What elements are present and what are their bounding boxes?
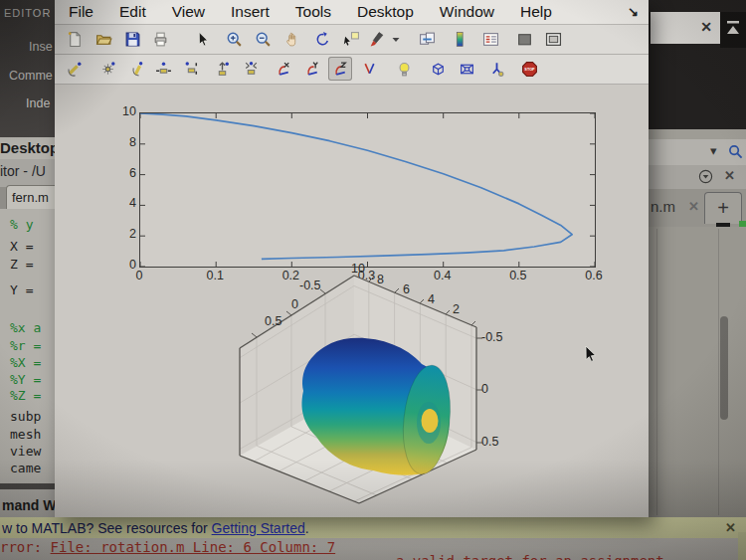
new-file-button[interactable] — [63, 27, 87, 51]
zoom-camera-icon — [243, 61, 260, 78]
ribbon-button-insert[interactable]: Inse — [29, 40, 53, 54]
command-window-header-fragment: mand W — [0, 489, 55, 517]
plot-2d-line — [140, 113, 572, 259]
hide-plot-tools-button[interactable] — [512, 27, 536, 51]
code-line: subp — [10, 409, 41, 424]
command-window-label: mand W — [2, 497, 55, 513]
pointer-icon — [194, 31, 211, 48]
orbit-scene-light-button[interactable] — [95, 57, 119, 81]
command-window-output: rror: File: rotation.m Line: 6 Column: 7… — [0, 538, 746, 560]
new-tab-button[interactable]: + — [704, 192, 742, 224]
zoom-in-button[interactable] — [222, 27, 246, 51]
brush-dropdown-button[interactable] — [387, 27, 411, 51]
menu-insert[interactable]: Insert — [231, 3, 270, 21]
principal-axis-z-button[interactable] — [328, 57, 352, 81]
stop-camera-icon: STOP — [521, 61, 538, 78]
principal-axis-x-button[interactable] — [272, 57, 295, 81]
title-bar-fragment: ✕ — [651, 12, 720, 44]
search-icon[interactable] — [728, 144, 743, 159]
menu-desktop[interactable]: Desktop — [357, 3, 414, 21]
restore-up-icon — [720, 12, 746, 48]
figure-menu-bar: FileEditViewInsertToolsDesktopWindowHelp… — [55, 0, 649, 25]
pan-button[interactable] — [280, 27, 304, 51]
perspective-projection-button[interactable] — [455, 57, 478, 81]
pane-close-icon[interactable]: ✕ — [724, 168, 735, 183]
pane-menu-icon[interactable] — [698, 169, 713, 184]
plot-3d-axes[interactable] — [204, 261, 522, 515]
menu-tools[interactable]: Tools — [295, 3, 331, 21]
show-plot-tools-icon — [545, 31, 562, 48]
menu-file[interactable]: File — [69, 3, 93, 21]
scene-light-button[interactable] — [392, 57, 416, 81]
scrollbar-track[interactable] — [718, 229, 719, 515]
orbit-camera-button[interactable] — [63, 57, 87, 81]
orbit-camera-icon — [67, 61, 84, 78]
orthographic-projection-icon — [430, 61, 447, 78]
insert-colorbar-icon — [452, 31, 468, 48]
figure-window: FileEditViewInsertToolsDesktopWindowHelp… — [55, 0, 649, 517]
ribbon-button-indent[interactable]: Inde — [26, 96, 50, 110]
code-line: came — [10, 461, 41, 475]
pan-tilt-camera-button[interactable] — [126, 57, 150, 81]
dock-figure-icon[interactable]: ↘ — [628, 4, 639, 19]
move-camera-horizontal-button[interactable] — [151, 57, 175, 81]
getting-started-link[interactable]: Getting Started — [212, 520, 305, 536]
principal-axis-y-button[interactable] — [300, 57, 324, 81]
code-line: %r = — [10, 338, 41, 353]
print-button[interactable] — [148, 27, 172, 51]
link-plots-icon — [419, 31, 436, 48]
link-plots-button[interactable] — [415, 27, 439, 51]
brush-button[interactable] — [364, 27, 388, 51]
menu-window[interactable]: Window — [440, 3, 494, 21]
editor-ribbon-title: EDITOR — [4, 7, 51, 19]
no-principal-axis-button[interactable] — [357, 57, 381, 81]
print-icon — [152, 31, 169, 48]
move-camera-vertical-button[interactable] — [179, 57, 203, 81]
reset-camera-button[interactable] — [484, 57, 508, 81]
walk-camera-icon — [214, 61, 231, 78]
perspective-projection-icon — [459, 61, 475, 78]
desktop-toolbar-fragment: ▾ — [649, 139, 746, 165]
getting-started-banner: w to MATLAB? See resources for Getting S… — [0, 517, 746, 538]
zoom-camera-button[interactable] — [239, 57, 263, 81]
pointer-button[interactable] — [190, 27, 214, 51]
show-plot-tools-button[interactable] — [541, 27, 565, 51]
insert-legend-button[interactable] — [478, 27, 502, 51]
dock-restore-button[interactable] — [720, 12, 746, 48]
open-file-button[interactable] — [92, 27, 115, 51]
code-editor-fragment[interactable]: % yX =Z =Y =%x a%r =%X =%Y =%Z =subpmesh… — [0, 209, 55, 483]
close-icon[interactable]: ✕ — [700, 19, 712, 35]
banner-close-icon[interactable]: ✕ — [725, 520, 736, 535]
data-cursor-button[interactable] — [339, 27, 363, 51]
pan-tilt-camera-icon — [130, 61, 147, 78]
zoom-out-button[interactable] — [251, 27, 275, 51]
menu-help[interactable]: Help — [520, 3, 552, 21]
tab-close-icon[interactable]: ✕ — [688, 199, 699, 214]
insert-colorbar-button[interactable] — [448, 27, 471, 51]
error-file-link[interactable]: File: rotation.m Line: 6 Column: 7 — [51, 539, 336, 555]
walk-camera-button[interactable] — [210, 57, 234, 81]
orthographic-projection-button[interactable] — [426, 57, 450, 81]
insert-legend-icon — [482, 31, 499, 48]
menu-view[interactable]: View — [172, 3, 205, 21]
plot-2d-axes[interactable] — [139, 112, 596, 268]
menu-edit[interactable]: Edit — [119, 3, 146, 21]
svg-text:STOP: STOP — [524, 68, 535, 72]
code-line: Z = — [10, 257, 33, 272]
rotate-3d-icon — [314, 31, 331, 48]
save-button[interactable] — [120, 27, 144, 51]
scrollbar-thumb[interactable] — [720, 316, 728, 420]
no-principal-axis-icon — [361, 61, 378, 78]
rotate-3d-button[interactable] — [310, 27, 334, 51]
main-menu-fragment[interactable]: Desktop — [0, 137, 55, 161]
editor-text-area-fragment[interactable] — [649, 227, 746, 517]
ribbon-button-comment[interactable]: Comme — [9, 69, 53, 83]
chevron-down-icon[interactable]: ▾ — [710, 143, 717, 158]
reset-camera-icon — [488, 61, 505, 78]
editor-tab-fragment[interactable]: n.m — [651, 198, 675, 215]
stop-camera-button[interactable]: STOP — [517, 57, 541, 81]
code-line: %x a — [10, 320, 41, 335]
principal-axis-x-icon — [276, 61, 292, 78]
move-camera-vertical-icon — [183, 61, 200, 78]
brush-icon — [368, 31, 385, 48]
